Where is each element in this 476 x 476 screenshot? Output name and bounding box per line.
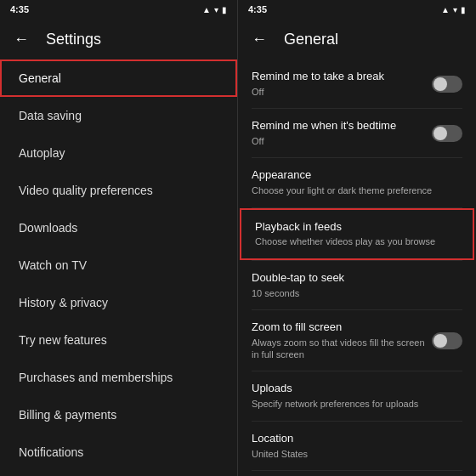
- setting-subtitle-zoom-fill: Always zoom so that videos fill the scre…: [252, 337, 425, 361]
- status-icons-right: ▲ ▾ ▮: [441, 5, 466, 14]
- menu-label-billing: Billing & payments: [19, 408, 116, 422]
- setting-subtitle-double-tap: 10 seconds: [252, 287, 462, 299]
- menu-item-notifications[interactable]: Notifications: [0, 434, 237, 471]
- toggle-remind-bedtime[interactable]: [432, 125, 462, 142]
- setting-title-uploads: Uploads: [252, 382, 462, 396]
- menu-label-autoplay: Autoplay: [19, 146, 65, 160]
- menu-label-general: General: [19, 71, 61, 85]
- header-right: ← General: [238, 19, 476, 60]
- status-time-left: 4:35: [10, 4, 29, 14]
- setting-zoom-fill[interactable]: Zoom to fill screen Always zoom so that …: [238, 310, 476, 371]
- status-icons-left: ▲ ▾ ▮: [202, 5, 227, 14]
- menu-item-autoplay[interactable]: Autoplay: [0, 134, 237, 172]
- setting-title-remind-break: Remind me to take a break: [252, 70, 425, 84]
- menu-label-try-new-features: Try new features: [19, 333, 107, 347]
- back-button-left[interactable]: ←: [14, 31, 29, 48]
- back-button-right[interactable]: ←: [252, 31, 267, 48]
- setting-location[interactable]: Location United States: [238, 422, 476, 470]
- left-panel: 4:35 ▲ ▾ ▮ ← Settings General Data savin…: [0, 0, 238, 476]
- menu-label-purchases: Purchases and memberships: [19, 371, 173, 384]
- menu-label-downloads: Downloads: [19, 221, 77, 235]
- setting-appearance[interactable]: Appearance Choose your light or dark the…: [238, 158, 476, 207]
- menu-item-connected-apps[interactable]: Connected apps: [0, 471, 237, 476]
- setting-title-double-tap: Double-tap to seek: [252, 271, 462, 286]
- setting-title-playback-feeds: Playback in feeds: [255, 220, 459, 235]
- header-left: ← Settings: [0, 19, 237, 60]
- setting-subtitle-uploads: Specify network preferences for uploads: [252, 398, 462, 410]
- menu-item-history-privacy[interactable]: History & privacy: [0, 284, 237, 321]
- setting-title-appearance: Appearance: [252, 168, 462, 183]
- wifi-icon-right: ▾: [453, 5, 457, 14]
- menu-item-billing[interactable]: Billing & payments: [0, 396, 237, 434]
- menu-label-video-quality: Video quality preferences: [19, 184, 153, 197]
- menu-item-purchases[interactable]: Purchases and memberships: [0, 359, 237, 396]
- setting-restricted-mode[interactable]: Restricted Mode This helps hide potentia…: [238, 471, 476, 476]
- setting-title-location: Location: [252, 432, 462, 446]
- setting-subtitle-remind-break: Off: [252, 86, 425, 98]
- menu-item-downloads[interactable]: Downloads: [0, 209, 237, 246]
- page-title-left: Settings: [46, 31, 101, 48]
- menu-label-watch-on-tv: Watch on TV: [19, 258, 87, 272]
- setting-uploads[interactable]: Uploads Specify network preferences for …: [238, 371, 476, 420]
- menu-item-data-saving[interactable]: Data saving: [0, 97, 237, 134]
- menu-list: General Data saving Autoplay Video quali…: [0, 60, 237, 476]
- status-time-right: 4:35: [248, 4, 267, 14]
- menu-item-watch-on-tv[interactable]: Watch on TV: [0, 246, 237, 284]
- setting-title-remind-bedtime: Remind me when it's bedtime: [252, 119, 425, 133]
- wifi-icon-left: ▾: [214, 5, 218, 14]
- setting-remind-break[interactable]: Remind me to take a break Off: [238, 60, 476, 108]
- menu-item-general[interactable]: General: [0, 60, 237, 97]
- setting-title-zoom-fill: Zoom to fill screen: [252, 320, 425, 335]
- setting-subtitle-location: United States: [252, 448, 462, 460]
- battery-icon-left: ▮: [222, 5, 227, 14]
- toggle-zoom-fill[interactable]: [432, 332, 462, 349]
- menu-label-data-saving: Data saving: [19, 109, 82, 122]
- menu-item-video-quality[interactable]: Video quality preferences: [0, 172, 237, 209]
- signal-icon-left: ▲: [202, 5, 211, 14]
- status-bar-right: 4:35 ▲ ▾ ▮: [238, 0, 476, 19]
- setting-subtitle-appearance: Choose your light or dark theme preferen…: [252, 184, 462, 196]
- menu-item-try-new-features[interactable]: Try new features: [0, 321, 237, 359]
- setting-remind-bedtime[interactable]: Remind me when it's bedtime Off: [238, 109, 476, 157]
- signal-icon-right: ▲: [441, 5, 450, 14]
- battery-icon-right: ▮: [461, 5, 466, 14]
- setting-subtitle-playback-feeds: Choose whether videos play as you browse: [255, 235, 459, 247]
- toggle-remind-break[interactable]: [432, 76, 462, 93]
- menu-label-history-privacy: History & privacy: [19, 296, 108, 309]
- page-title-right: General: [284, 31, 338, 48]
- setting-double-tap[interactable]: Double-tap to seek 10 seconds: [238, 261, 476, 309]
- right-panel: 4:35 ▲ ▾ ▮ ← General Remind me to take a…: [238, 0, 476, 476]
- status-bar-left: 4:35 ▲ ▾ ▮: [0, 0, 237, 19]
- setting-playback-feeds[interactable]: Playback in feeds Choose whether videos …: [240, 208, 474, 260]
- setting-subtitle-remind-bedtime: Off: [252, 135, 425, 147]
- menu-label-notifications: Notifications: [19, 445, 83, 459]
- settings-list: Remind me to take a break Off Remind me …: [238, 60, 476, 476]
